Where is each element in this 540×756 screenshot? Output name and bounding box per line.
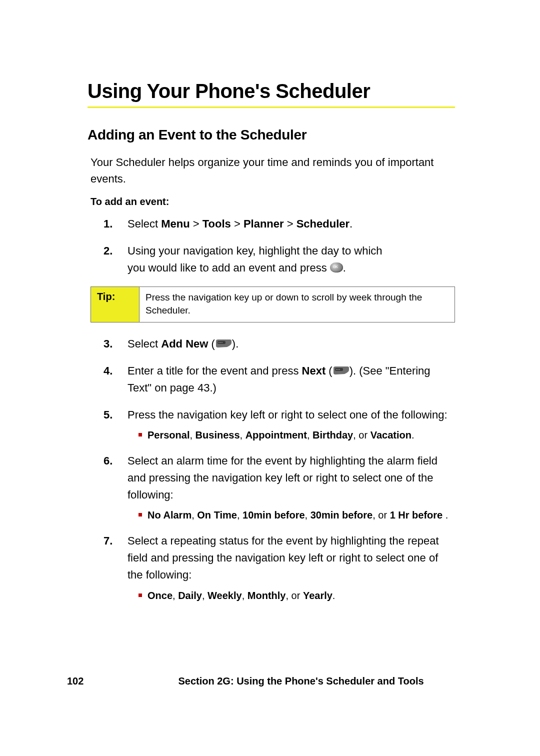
section-heading: Adding an Event to the Scheduler bbox=[88, 127, 455, 143]
close-paren: ). bbox=[232, 338, 238, 350]
option-personal: Personal bbox=[148, 430, 190, 440]
or: , or bbox=[286, 590, 302, 601]
svg-point-1 bbox=[218, 342, 220, 343]
menu-path-menu: Menu bbox=[161, 218, 190, 230]
svg-point-6 bbox=[338, 369, 338, 370]
option-daily: Daily bbox=[178, 590, 202, 601]
tip-label: Tip: bbox=[91, 287, 140, 322]
steps-list: Select Menu > Tools > Planner > Schedule… bbox=[88, 216, 455, 276]
step-text: Using your navigation key, highlight the… bbox=[128, 244, 382, 257]
close-paren: ). (See bbox=[350, 364, 386, 377]
list-item: Personal, Business, Appointment, Birthda… bbox=[138, 428, 455, 442]
step-6: Select an alarm time for the event by hi… bbox=[116, 452, 455, 522]
options-list: Personal, Business, Appointment, Birthda… bbox=[128, 428, 455, 442]
list-item: Once, Daily, Weekly, Monthly, or Yearly. bbox=[138, 588, 455, 603]
option-business: Business bbox=[196, 430, 240, 440]
next-label: Next bbox=[302, 364, 326, 377]
left-softkey-icon bbox=[215, 339, 232, 348]
option-1hr: 1 Hr before bbox=[390, 510, 443, 520]
tip-body: Press the navigation key up or down to s… bbox=[140, 287, 454, 322]
step-4: Enter a title for the event and press Ne… bbox=[116, 362, 455, 396]
open-paren: ( bbox=[326, 364, 332, 377]
ok-key-icon bbox=[330, 262, 343, 272]
option-vacation: Vacation bbox=[370, 430, 412, 440]
step-text: Select an alarm time for the event by hi… bbox=[128, 454, 438, 501]
option-appointment: Appointment bbox=[246, 430, 307, 440]
option-noalarm: No Alarm bbox=[148, 510, 192, 520]
step-5: Press the navigation key left or right t… bbox=[116, 406, 455, 442]
svg-point-5 bbox=[336, 369, 337, 370]
step-text: Press the navigation key left or right t… bbox=[128, 408, 448, 421]
option-ontime: On Time bbox=[197, 510, 237, 520]
svg-point-3 bbox=[222, 342, 222, 343]
menu-path-tools: Tools bbox=[202, 218, 231, 230]
step-text: Select a repeating status for the event … bbox=[128, 534, 439, 581]
or: , or bbox=[372, 510, 390, 520]
option-30min: 30min before bbox=[310, 510, 372, 520]
page-title: Using Your Phone's Scheduler bbox=[88, 80, 455, 102]
option-birthday: Birthday bbox=[312, 430, 353, 440]
step-text: Enter a title for the event and press bbox=[128, 364, 302, 377]
option-weekly: Weekly bbox=[208, 590, 242, 601]
sep: > bbox=[190, 218, 202, 230]
punct: . bbox=[343, 262, 346, 274]
open-paren: ( bbox=[208, 338, 214, 350]
option-monthly: Monthly bbox=[248, 590, 286, 601]
step-1: Select Menu > Tools > Planner > Schedule… bbox=[116, 216, 455, 232]
options-list: No Alarm, On Time, 10min before, 30min b… bbox=[128, 508, 455, 522]
sep: > bbox=[284, 218, 296, 230]
left-softkey-icon bbox=[332, 366, 350, 375]
option-once: Once bbox=[148, 590, 172, 601]
title-rule bbox=[88, 106, 455, 108]
steps-list-continued: Select Add New (). Enter a title for the… bbox=[88, 336, 455, 603]
tip-box: Tip: Press the navigation key up or down… bbox=[90, 286, 455, 322]
menu-path-scheduler: Scheduler bbox=[296, 218, 350, 230]
options-list: Once, Daily, Weekly, Monthly, or Yearly. bbox=[128, 588, 455, 603]
list-item: No Alarm, On Time, 10min before, 30min b… bbox=[138, 508, 455, 522]
sep: > bbox=[231, 218, 244, 230]
footer-section-title: Section 2G: Using the Phone's Scheduler … bbox=[127, 676, 455, 687]
intro-paragraph: Your Scheduler helps organize your time … bbox=[90, 154, 455, 187]
option-10min: 10min before bbox=[242, 510, 304, 520]
page-footer: 102 Section 2G: Using the Phone's Schedu… bbox=[0, 676, 540, 687]
step-2: Using your navigation key, highlight the… bbox=[116, 242, 455, 276]
step-text: you would like to add an event and press bbox=[128, 262, 330, 274]
add-new-label: Add New bbox=[161, 338, 208, 350]
svg-point-2 bbox=[220, 342, 221, 343]
punct: . bbox=[350, 218, 352, 230]
document-page: Using Your Phone's Scheduler Adding an E… bbox=[0, 0, 540, 756]
step-text: Select bbox=[128, 218, 161, 230]
step-7: Select a repeating status for the event … bbox=[116, 532, 455, 602]
step-text: Select bbox=[128, 338, 161, 350]
page-number: 102 bbox=[67, 676, 127, 687]
svg-point-7 bbox=[339, 369, 340, 370]
procedure-lead: To add an event: bbox=[90, 196, 455, 208]
menu-path-planner: Planner bbox=[244, 218, 284, 230]
step-3: Select Add New (). bbox=[116, 336, 455, 352]
or: , or bbox=[353, 430, 370, 440]
option-yearly: Yearly bbox=[303, 590, 332, 601]
